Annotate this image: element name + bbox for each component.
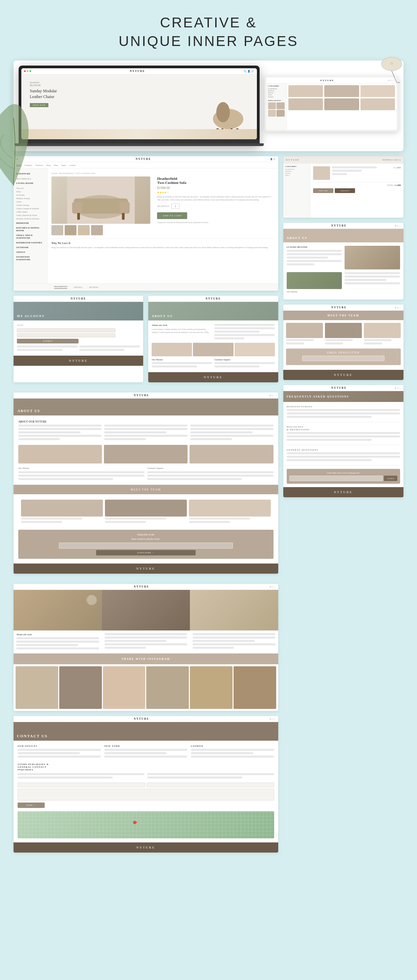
product-layout: HeatherfieldTwo-Cushion Sofa $1998.00 ★★… — [51, 177, 274, 235]
store-purchases-section: STORE PURCHASES &GENERAL CONTACTINQUIRIE… — [18, 763, 274, 808]
faq-header-bar: FREQUENTLY ASKED QUESTIONS — [283, 391, 403, 402]
product-thumb-3[interactable] — [78, 225, 90, 235]
instagram-photo-grid — [14, 664, 278, 711]
svg-point-1 — [216, 102, 230, 123]
add-to-cart-button[interactable]: ADD TO CART — [157, 212, 187, 219]
team-member-1 — [21, 500, 103, 524]
contact-map — [18, 811, 274, 838]
product-info: HeatherfieldTwo-Cushion Sofa $1998.00 ★★… — [153, 177, 274, 235]
about-small-nav: NYTURE — [148, 296, 278, 302]
about-content-col-2 — [102, 590, 190, 654]
about-right-image — [345, 246, 400, 269]
product-images — [51, 177, 150, 235]
svg-rect-16 — [122, 213, 125, 220]
notebook-nav: NYTURE ✕ □ — — [266, 77, 397, 83]
instagram-photo-3[interactable] — [103, 666, 145, 709]
about-mission: Our Mission — [18, 467, 145, 481]
mission-section: Our Mission — [152, 358, 212, 369]
team-footer: NYTURE — [283, 370, 403, 380]
hero-product-info: $5,750.00 $4,250.00 Sunday ModularLeathe… — [30, 81, 57, 107]
about-content-nav: NYTURE ✕ □ — — [14, 584, 278, 590]
about-small-header: ABOUT US — [148, 302, 278, 320]
team-card-1 — [286, 323, 323, 346]
faq-item-3: GENERAL QUESTIONS — [287, 449, 400, 466]
instagram-photo-2[interactable] — [59, 666, 102, 709]
about-right-header: ABOUT US — [283, 229, 403, 242]
about-customer-support: Customer Support — [147, 467, 273, 481]
about-right-nav: NYTURE ✕ □ — — [283, 223, 403, 229]
about-content-col-3 — [190, 590, 278, 654]
product-thumb-1[interactable] — [51, 225, 63, 235]
faq-footer: NYTURE — [283, 487, 403, 497]
instagram-photo-5[interactable] — [190, 666, 233, 709]
product-categories: Categories: Kitchen & Dining Room/Chairs… — [157, 221, 274, 224]
about-hero-image-1 — [14, 590, 102, 630]
instagram-photo-6[interactable] — [233, 666, 276, 709]
about-right-text: LUXURY BEYOND — [287, 246, 342, 269]
offices-title-col: OUR OFFICES — [18, 745, 101, 759]
new-york-office: New York — [104, 745, 187, 759]
instagram-photo-4[interactable] — [146, 666, 189, 709]
contact-nav: NYTURE ✕ □ — — [14, 716, 278, 722]
meet-team-page: NYTURE ✕ □ — MEET THE TEAM — [283, 305, 403, 380]
about-us-large-page: NYTURE ✕ □ — ABOUT US ABOUT OUR NYTURE — [14, 393, 278, 574]
support-section: Customer Support — [214, 358, 275, 369]
notebook-mockup: NYTURE ✕ □ — CATEGORIES Living Room Bedr… — [265, 76, 398, 132]
main-layout: 🔍 NYTURE ≡ 👤 🛒 Home ElementsFurnitureBlo… — [14, 156, 403, 853]
my-account-body: LOGIN SUBMIT — [14, 320, 143, 356]
instagram-photo-1[interactable] — [16, 666, 58, 709]
my-account-footer: NYTURE — [14, 356, 143, 366]
about-us-right-page: NYTURE ✕ □ — ABOUT US LUXURY BEYOND — [283, 223, 403, 299]
about-desc-col — [214, 324, 275, 341]
team-member-1-image — [21, 500, 103, 517]
share-instagram-section: SHARE WITH INSTAGRAM — [14, 654, 278, 711]
login-section: LOGIN SUBMIT — [17, 324, 140, 344]
small-cards-row: NYTURE MY ACCOUNT LOGIN SUBMIT — [14, 296, 278, 382]
my-account-nav: NYTURE — [14, 296, 143, 302]
product-nav: 🔍 NYTURE ≡ 👤 🛒 — [14, 156, 278, 162]
contact-footer: NYTURE — [14, 842, 278, 853]
about-content-col-1: About our style — [14, 590, 102, 654]
tab-details[interactable]: DETAILS — [74, 286, 83, 288]
contact-us-page: NYTURE ✕ □ — CONTACT US OUR OFFICES — [14, 716, 278, 853]
about-small-footer: NYTURE — [148, 372, 278, 382]
product-rating: ★★★★☆ — [157, 191, 274, 194]
svg-line-7 — [391, 71, 397, 83]
about-large-footer: NYTURE — [14, 563, 278, 574]
faq-body: MANUFACTURING DISCOUNTS& PROMOTIONS GENE… — [283, 402, 403, 487]
why-love-section: Why We Love It Bring the outdoors in wit… — [51, 239, 274, 249]
about-large-body: ABOUT OUR NYTURE — [14, 415, 278, 563]
product-main-content: HOME / HEATHERFIELD / TWO-CUSHION SOFA — [47, 169, 278, 283]
about-hero-image-2 — [102, 590, 190, 630]
team-member-3-image — [189, 500, 271, 517]
about-small-body: About our style Lorem ipsum is simply du… — [148, 320, 278, 372]
faq-category-2: DISCOUNTS& PROMOTIONS — [287, 426, 400, 431]
cart-content: CATEGORIES Living Room Bedroom Kitchen O… — [283, 164, 403, 218]
product-thumb-2[interactable] — [65, 225, 77, 235]
my-account-page: NYTURE MY ACCOUNT LOGIN SUBMIT — [14, 296, 143, 382]
team-members — [18, 497, 273, 527]
product-thumb-4[interactable] — [91, 225, 103, 235]
team-card-3 — [364, 323, 401, 346]
mission-row: Our Mission — [287, 272, 400, 293]
meet-team-section-header: MEET THE TEAM — [283, 311, 403, 320]
quantity-box[interactable]: 1 — [171, 204, 179, 209]
product-thumbnails — [51, 225, 150, 235]
faq-item-1: MANUFACTURING — [287, 405, 400, 422]
svg-rect-14 — [120, 202, 129, 214]
about-us-small-page: NYTURE ABOUT US About our style Lorem ip… — [148, 296, 278, 382]
icon-dots: 🔍 👤 🛒 — [244, 70, 254, 73]
tab-description[interactable]: DESCRIPTION — [54, 286, 67, 289]
about-right-body: LUXURY BEYOND — [283, 242, 403, 299]
cart-page: NYTURE SHOPPING CART (1) CATEGORIES Livi… — [283, 156, 403, 218]
contact-body: OUR OFFICES New York London — [14, 741, 278, 842]
svg-rect-15 — [77, 213, 80, 220]
about-large-nav: NYTURE ✕ □ — — [14, 393, 278, 399]
team-member-2 — [105, 500, 187, 524]
faq-page: NYTURE ✕ □ — FREQUENTLY ASKED QUESTIONS … — [283, 385, 403, 497]
instagram-header-bar: SHARE WITH INSTAGRAM — [14, 654, 278, 664]
tab-reviews[interactable]: REVIEWS — [89, 286, 99, 288]
subscribe-section: Subscribe to the best creative articles … — [18, 530, 273, 559]
nav-dots — [24, 70, 31, 72]
about-content-grid: About our style — [14, 590, 278, 654]
